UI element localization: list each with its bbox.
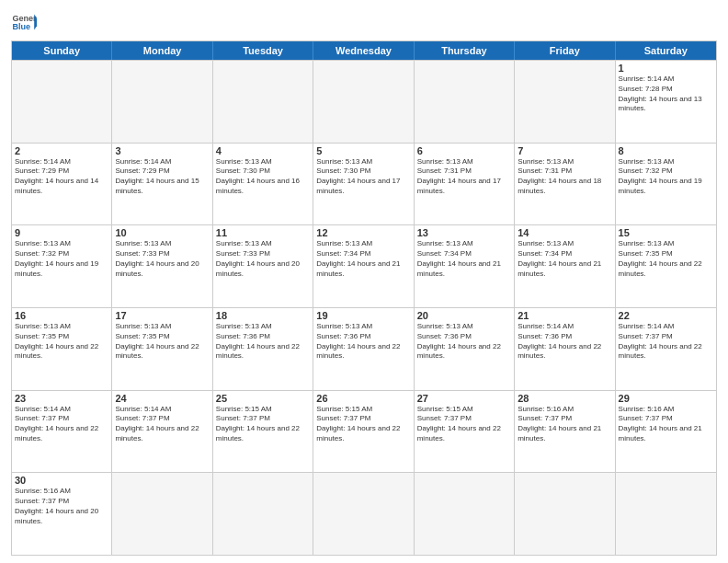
calendar-cell <box>112 473 212 555</box>
day-number: 2 <box>15 145 108 156</box>
day-number: 3 <box>115 145 209 156</box>
cell-sun-info: Sunrise: 5:13 AM Sunset: 7:36 PM Dayligh… <box>216 322 310 362</box>
day-number: 28 <box>518 393 611 404</box>
cell-sun-info: Sunrise: 5:14 AM Sunset: 7:28 PM Dayligh… <box>619 75 713 114</box>
logo-icon: General Blue <box>11 9 37 35</box>
calendar-row: 16Sunrise: 5:13 AM Sunset: 7:35 PM Dayli… <box>12 307 716 390</box>
calendar-cell: 2Sunrise: 5:14 AM Sunset: 7:29 PM Daylig… <box>12 144 112 225</box>
cell-sun-info: Sunrise: 5:13 AM Sunset: 7:34 PM Dayligh… <box>518 239 611 279</box>
cell-sun-info: Sunrise: 5:16 AM Sunset: 7:37 PM Dayligh… <box>518 405 611 444</box>
cell-sun-info: Sunrise: 5:13 AM Sunset: 7:33 PM Dayligh… <box>216 239 310 279</box>
day-number: 8 <box>619 145 713 156</box>
calendar-cell: 11Sunrise: 5:13 AM Sunset: 7:33 PM Dayli… <box>213 225 313 307</box>
day-number: 22 <box>619 310 713 321</box>
calendar-cell: 30Sunrise: 5:16 AM Sunset: 7:37 PM Dayli… <box>12 473 112 555</box>
calendar-cell: 28Sunrise: 5:16 AM Sunset: 7:37 PM Dayli… <box>515 391 615 473</box>
calendar-cell: 9Sunrise: 5:13 AM Sunset: 7:32 PM Daylig… <box>12 225 112 307</box>
day-number: 20 <box>417 310 511 321</box>
calendar-cell <box>313 473 414 555</box>
day-number: 15 <box>619 227 713 238</box>
cell-sun-info: Sunrise: 5:15 AM Sunset: 7:37 PM Dayligh… <box>316 405 410 444</box>
day-number: 17 <box>115 310 209 321</box>
calendar-cell: 15Sunrise: 5:13 AM Sunset: 7:35 PM Dayli… <box>616 225 716 307</box>
cell-sun-info: Sunrise: 5:16 AM Sunset: 7:37 PM Dayligh… <box>15 487 108 526</box>
calendar-cell <box>515 473 615 555</box>
day-number: 23 <box>15 393 108 404</box>
cell-sun-info: Sunrise: 5:13 AM Sunset: 7:31 PM Dayligh… <box>417 157 511 197</box>
calendar-cell <box>616 473 716 555</box>
calendar-cell <box>12 61 112 143</box>
calendar-cell: 19Sunrise: 5:13 AM Sunset: 7:36 PM Dayli… <box>313 308 414 390</box>
calendar-cell: 7Sunrise: 5:13 AM Sunset: 7:31 PM Daylig… <box>515 144 615 225</box>
weekday-header: Monday <box>112 41 212 60</box>
calendar-cell: 5Sunrise: 5:13 AM Sunset: 7:30 PM Daylig… <box>313 144 414 225</box>
day-number: 16 <box>15 310 108 321</box>
calendar-header: SundayMondayTuesdayWednesdayThursdayFrid… <box>12 41 716 60</box>
weekday-header: Saturday <box>616 41 716 60</box>
day-number: 21 <box>518 310 611 321</box>
calendar: SundayMondayTuesdayWednesdayThursdayFrid… <box>11 40 717 556</box>
cell-sun-info: Sunrise: 5:13 AM Sunset: 7:36 PM Dayligh… <box>417 322 511 362</box>
svg-text:General: General <box>12 14 37 23</box>
day-number: 13 <box>417 227 511 238</box>
cell-sun-info: Sunrise: 5:14 AM Sunset: 7:37 PM Dayligh… <box>619 322 713 362</box>
cell-sun-info: Sunrise: 5:13 AM Sunset: 7:31 PM Dayligh… <box>518 157 611 197</box>
cell-sun-info: Sunrise: 5:14 AM Sunset: 7:37 PM Dayligh… <box>15 405 108 444</box>
cell-sun-info: Sunrise: 5:13 AM Sunset: 7:33 PM Dayligh… <box>115 239 209 279</box>
cell-sun-info: Sunrise: 5:13 AM Sunset: 7:30 PM Dayligh… <box>216 157 310 197</box>
day-number: 5 <box>316 145 410 156</box>
cell-sun-info: Sunrise: 5:13 AM Sunset: 7:32 PM Dayligh… <box>619 157 713 197</box>
calendar-cell <box>515 61 615 143</box>
calendar-cell <box>213 61 313 143</box>
calendar-cell: 14Sunrise: 5:13 AM Sunset: 7:34 PM Dayli… <box>515 225 615 307</box>
calendar-cell <box>415 61 515 143</box>
cell-sun-info: Sunrise: 5:14 AM Sunset: 7:29 PM Dayligh… <box>15 157 108 197</box>
cell-sun-info: Sunrise: 5:13 AM Sunset: 7:34 PM Dayligh… <box>316 239 410 279</box>
calendar-cell: 26Sunrise: 5:15 AM Sunset: 7:37 PM Dayli… <box>313 391 414 473</box>
cell-sun-info: Sunrise: 5:13 AM Sunset: 7:35 PM Dayligh… <box>115 322 209 362</box>
calendar-row: 30Sunrise: 5:16 AM Sunset: 7:37 PM Dayli… <box>12 472 716 555</box>
cell-sun-info: Sunrise: 5:13 AM Sunset: 7:35 PM Dayligh… <box>15 322 108 362</box>
cell-sun-info: Sunrise: 5:13 AM Sunset: 7:35 PM Dayligh… <box>619 239 713 279</box>
calendar-cell: 1Sunrise: 5:14 AM Sunset: 7:28 PM Daylig… <box>616 61 716 143</box>
calendar-cell: 29Sunrise: 5:16 AM Sunset: 7:37 PM Dayli… <box>616 391 716 473</box>
cell-sun-info: Sunrise: 5:15 AM Sunset: 7:37 PM Dayligh… <box>417 405 511 444</box>
weekday-header: Sunday <box>12 41 112 60</box>
day-number: 18 <box>216 310 310 321</box>
calendar-cell: 13Sunrise: 5:13 AM Sunset: 7:34 PM Dayli… <box>415 225 515 307</box>
calendar-cell: 18Sunrise: 5:13 AM Sunset: 7:36 PM Dayli… <box>213 308 313 390</box>
svg-text:Blue: Blue <box>12 22 30 31</box>
day-number: 26 <box>316 393 410 404</box>
cell-sun-info: Sunrise: 5:13 AM Sunset: 7:30 PM Dayligh… <box>316 157 410 197</box>
cell-sun-info: Sunrise: 5:14 AM Sunset: 7:29 PM Dayligh… <box>115 157 209 197</box>
cell-sun-info: Sunrise: 5:16 AM Sunset: 7:37 PM Dayligh… <box>619 405 713 444</box>
weekday-header: Thursday <box>415 41 515 60</box>
day-number: 27 <box>417 393 511 404</box>
calendar-cell <box>415 473 515 555</box>
calendar-row: 2Sunrise: 5:14 AM Sunset: 7:29 PM Daylig… <box>12 143 716 225</box>
day-number: 24 <box>115 393 209 404</box>
calendar-cell <box>213 473 313 555</box>
cell-sun-info: Sunrise: 5:14 AM Sunset: 7:37 PM Dayligh… <box>115 405 209 444</box>
cell-sun-info: Sunrise: 5:14 AM Sunset: 7:36 PM Dayligh… <box>518 322 611 362</box>
day-number: 25 <box>216 393 310 404</box>
cell-sun-info: Sunrise: 5:13 AM Sunset: 7:36 PM Dayligh… <box>316 322 410 362</box>
calendar-cell <box>112 61 212 143</box>
day-number: 12 <box>316 227 410 238</box>
cell-sun-info: Sunrise: 5:15 AM Sunset: 7:37 PM Dayligh… <box>216 405 310 444</box>
day-number: 11 <box>216 227 310 238</box>
day-number: 30 <box>15 475 108 486</box>
day-number: 6 <box>417 145 511 156</box>
calendar-cell: 10Sunrise: 5:13 AM Sunset: 7:33 PM Dayli… <box>112 225 212 307</box>
cell-sun-info: Sunrise: 5:13 AM Sunset: 7:34 PM Dayligh… <box>417 239 511 279</box>
day-number: 4 <box>216 145 310 156</box>
calendar-cell: 25Sunrise: 5:15 AM Sunset: 7:37 PM Dayli… <box>213 391 313 473</box>
day-number: 9 <box>15 227 108 238</box>
calendar-cell <box>313 61 414 143</box>
day-number: 10 <box>115 227 209 238</box>
weekday-header: Wednesday <box>313 41 414 60</box>
calendar-cell: 20Sunrise: 5:13 AM Sunset: 7:36 PM Dayli… <box>415 308 515 390</box>
calendar-row: 9Sunrise: 5:13 AM Sunset: 7:32 PM Daylig… <box>12 224 716 307</box>
calendar-cell: 27Sunrise: 5:15 AM Sunset: 7:37 PM Dayli… <box>415 391 515 473</box>
weekday-header: Friday <box>515 41 615 60</box>
